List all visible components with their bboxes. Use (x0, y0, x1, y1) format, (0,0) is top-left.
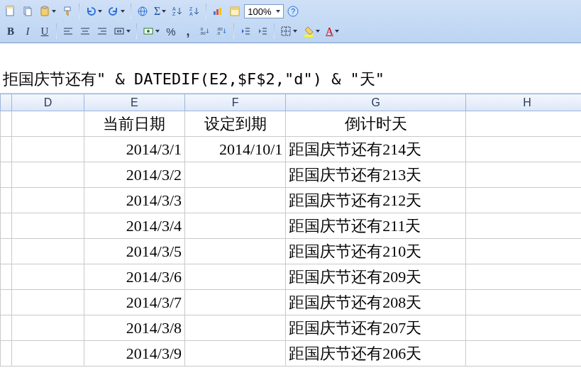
help-icon[interactable]: ? (285, 4, 301, 19)
align-right-icon[interactable] (94, 23, 110, 39)
cell-F[interactable] (185, 290, 286, 315)
comma-style-button[interactable]: , (180, 23, 196, 39)
align-center-icon[interactable] (77, 23, 93, 39)
sort-desc-icon[interactable]: ZA (187, 4, 202, 19)
table-row[interactable]: 2014/3/1 2014/10/1 距国庆节还有214天 (1, 137, 582, 162)
cell-E[interactable]: 2014/3/9 (84, 341, 184, 366)
cell-E[interactable]: 2014/3/6 (84, 264, 184, 290)
cell[interactable] (466, 188, 581, 213)
cell[interactable] (466, 290, 581, 315)
cell[interactable] (1, 137, 12, 162)
pivot-icon[interactable] (227, 4, 243, 19)
table-row[interactable]: 2014/3/9 距国庆节还有206天 (1, 341, 582, 366)
cell[interactable] (466, 341, 581, 366)
copy-icon[interactable] (20, 4, 35, 19)
cell-E[interactable]: 2014/3/3 (84, 188, 184, 213)
redo-icon[interactable] (106, 4, 127, 19)
cell[interactable] (466, 111, 581, 137)
cell[interactable] (12, 239, 84, 264)
decrease-indent-icon[interactable] (238, 23, 253, 39)
cell-E[interactable]: 2014/3/1 (84, 137, 184, 162)
cell[interactable] (466, 239, 581, 264)
col-header-D[interactable]: D (12, 94, 84, 111)
table-row[interactable]: 2014/3/2 距国庆节还有213天 (1, 162, 582, 188)
cell-G[interactable]: 距国庆节还有208天 (286, 290, 466, 315)
cell[interactable] (12, 290, 84, 315)
table-row[interactable]: 2014/3/7 距国庆节还有208天 (1, 290, 582, 315)
cell[interactable] (466, 264, 581, 290)
cell[interactable] (1, 162, 12, 188)
cell-G[interactable]: 距国庆节还有209天 (286, 264, 466, 290)
cell-F[interactable] (185, 239, 286, 264)
cell[interactable] (1, 315, 12, 341)
cell[interactable] (1, 341, 12, 366)
cell[interactable] (12, 162, 84, 188)
col-header-F[interactable]: F (185, 94, 286, 111)
cell-E[interactable]: 2014/3/4 (84, 213, 184, 239)
cell[interactable] (1, 264, 12, 290)
cell-G[interactable]: 距国庆节还有206天 (286, 341, 466, 366)
cell-F[interactable] (185, 341, 286, 366)
cell[interactable] (466, 315, 581, 341)
col-header-G[interactable]: G (286, 94, 466, 111)
cell-F[interactable] (185, 315, 286, 341)
cell[interactable] (1, 239, 12, 264)
cell[interactable] (1, 188, 12, 213)
decrease-decimal-icon[interactable]: .00.0 (214, 23, 230, 39)
percent-button[interactable]: % (163, 23, 179, 39)
cell-G[interactable]: 距国庆节还有212天 (286, 188, 466, 213)
align-left-icon[interactable] (60, 23, 76, 39)
cell-G[interactable]: 距国庆节还有214天 (286, 137, 466, 162)
col-header-H[interactable]: H (466, 94, 581, 111)
col-header-E[interactable]: E (84, 94, 184, 111)
cell[interactable] (12, 137, 84, 162)
table-row[interactable]: 2014/3/5 距国庆节还有210天 (1, 239, 582, 264)
cell-G[interactable]: 距国庆节还有211天 (286, 213, 466, 239)
fill-color-icon[interactable] (301, 23, 322, 39)
cell-F[interactable] (185, 188, 286, 213)
cell-G1[interactable]: 倒计时天 (286, 111, 466, 137)
chart-icon[interactable] (210, 4, 226, 19)
table-row[interactable]: 2014/3/6 距国庆节还有209天 (1, 264, 582, 290)
sort-asc-icon[interactable]: AZ (170, 4, 185, 19)
cell-E[interactable]: 2014/3/2 (84, 162, 184, 188)
cell[interactable] (12, 213, 84, 239)
cell-F1[interactable]: 设定到期 (185, 111, 286, 137)
cell-F[interactable] (185, 264, 286, 290)
cell[interactable] (1, 213, 12, 239)
table-row[interactable]: 2014/3/4 距国庆节还有211天 (1, 213, 582, 239)
cell-F[interactable] (185, 213, 286, 239)
cell-E[interactable]: 2014/3/5 (84, 239, 184, 264)
currency-icon[interactable] (140, 23, 162, 39)
col-header-blank[interactable] (1, 94, 12, 111)
zoom-combobox[interactable]: 100% (244, 4, 283, 18)
cell[interactable] (12, 341, 84, 366)
cell[interactable] (12, 315, 84, 341)
cell[interactable] (466, 162, 581, 188)
cell-F[interactable] (185, 162, 286, 188)
column-header-row[interactable]: D E F G H (1, 94, 582, 111)
table-row[interactable]: 2014/3/3 距国庆节还有212天 (1, 188, 582, 213)
underline-button[interactable]: U (37, 23, 52, 39)
cell[interactable] (12, 111, 84, 137)
bold-button[interactable]: B (3, 23, 18, 39)
cell-E[interactable]: 2014/3/8 (84, 315, 184, 341)
format-painter-icon[interactable] (60, 4, 75, 19)
increase-decimal-icon[interactable]: .0.00 (197, 23, 213, 39)
italic-button[interactable]: I (20, 23, 35, 39)
cell-G[interactable]: 距国庆节还有213天 (286, 162, 466, 188)
hyperlink-icon[interactable] (135, 4, 150, 19)
undo-icon[interactable] (83, 4, 104, 19)
cell-F[interactable]: 2014/10/1 (185, 137, 286, 162)
cell[interactable] (12, 188, 84, 213)
merge-center-icon[interactable] (111, 23, 133, 39)
table-row[interactable]: 2014/3/8 距国庆节还有207天 (1, 315, 582, 341)
increase-indent-icon[interactable] (255, 23, 270, 39)
cell-G[interactable]: 距国庆节还有210天 (286, 239, 466, 264)
cell[interactable] (1, 111, 12, 137)
cell-E1[interactable]: 当前日期 (84, 111, 184, 137)
table-header-row[interactable]: 当前日期 设定到期 倒计时天 (1, 111, 582, 137)
cell[interactable] (1, 290, 12, 315)
cell-E[interactable]: 2014/3/7 (84, 290, 184, 315)
cell[interactable] (12, 264, 84, 290)
